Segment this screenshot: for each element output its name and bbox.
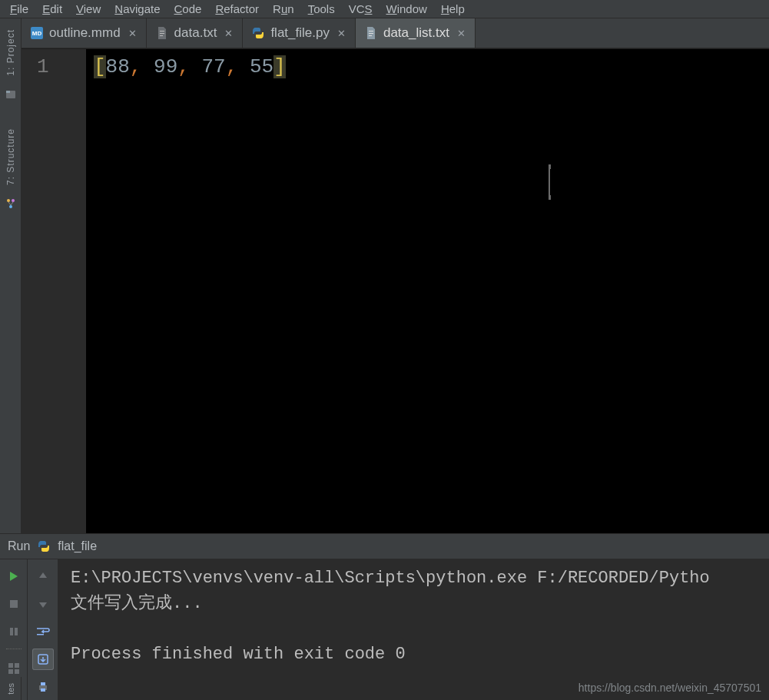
svg-point-4	[9, 205, 12, 208]
tab-flat-file-py[interactable]: flat_file.py ✕	[243, 18, 356, 48]
menu-file[interactable]: File	[3, 1, 35, 17]
left-tool-stripe: 1: Project 7: Structure	[0, 18, 22, 533]
svg-rect-22	[41, 688, 45, 692]
up-stack-button[interactable]	[32, 566, 54, 587]
menu-navigate[interactable]: Navigate	[108, 1, 167, 17]
tab-data-list-txt[interactable]: data_list.txt ✕	[356, 18, 476, 48]
tab-label: outline.mmd	[49, 25, 121, 41]
run-config-name: flat_file	[58, 539, 97, 553]
scroll-to-end-button[interactable]	[32, 649, 54, 670]
svg-rect-5	[160, 31, 164, 32]
menu-view[interactable]: View	[69, 1, 108, 17]
run-tool-header: Run flat_file	[0, 533, 769, 559]
branch-icon	[5, 197, 17, 210]
console-output[interactable]: E:\PROJECTS\venvs\venv-all\Scripts\pytho…	[58, 559, 769, 700]
svg-rect-9	[369, 33, 373, 34]
close-icon[interactable]: ✕	[336, 28, 346, 39]
watermark-text: https://blog.csdn.net/weixin_45707501	[578, 682, 761, 694]
svg-rect-12	[10, 628, 13, 635]
close-icon[interactable]: ✕	[223, 28, 233, 39]
run-button[interactable]	[3, 566, 25, 587]
svg-rect-7	[160, 35, 163, 36]
pause-button[interactable]	[3, 621, 25, 642]
print-button[interactable]	[32, 676, 54, 698]
menu-window[interactable]: Window	[380, 1, 434, 17]
menu-code[interactable]: Code	[167, 1, 209, 17]
menu-refactor[interactable]: Refactor	[208, 1, 266, 17]
run-toolbar-secondary	[28, 559, 58, 700]
svg-rect-18	[37, 634, 44, 635]
stop-button[interactable]	[3, 593, 25, 615]
menu-bar: File Edit View Navigate Code Refactor Ru…	[0, 0, 769, 18]
svg-point-3	[12, 199, 15, 202]
mmd-file-icon: MD	[31, 27, 43, 39]
close-icon[interactable]: ✕	[456, 28, 466, 39]
text-file-icon	[156, 27, 168, 39]
menu-help[interactable]: Help	[434, 1, 472, 17]
svg-rect-8	[369, 31, 373, 32]
down-stack-button[interactable]	[32, 593, 54, 615]
text-file-icon	[365, 27, 377, 39]
menu-window-label: indow	[397, 2, 427, 15]
project-tool-button[interactable]: 1: Project	[5, 29, 16, 76]
tab-label: flat_file.py	[270, 25, 330, 41]
svg-rect-6	[160, 33, 164, 34]
soft-wrap-button[interactable]	[32, 621, 54, 642]
svg-rect-13	[15, 628, 18, 635]
menu-navigate-label: avigate	[123, 2, 160, 15]
svg-rect-21	[41, 682, 45, 685]
run-title: Run	[8, 539, 30, 553]
code-content[interactable]: [88, 99, 77, 55]	[86, 49, 769, 533]
tab-label: data.txt	[174, 25, 217, 41]
menu-tools-label: ools	[313, 2, 335, 15]
python-file-icon	[252, 27, 264, 39]
layout-button[interactable]	[3, 658, 25, 679]
favorites-tool-button[interactable]: tes	[0, 677, 22, 700]
tab-data-txt[interactable]: data.txt ✕	[147, 18, 244, 48]
svg-point-2	[7, 199, 10, 202]
menu-refactor-label: efactor	[224, 2, 259, 15]
editor-area[interactable]: 1 [88, 99, 77, 55]	[22, 48, 769, 533]
menu-run-label: n	[287, 2, 293, 15]
python-file-icon	[38, 540, 50, 552]
menu-file-label: ile	[17, 2, 28, 15]
structure-tool-button[interactable]: 7: Structure	[5, 128, 16, 185]
editor-tabs: MD outline.mmd ✕ data.txt ✕ flat_file.py…	[22, 18, 769, 48]
menu-edit-label: dit	[50, 2, 62, 15]
svg-rect-15	[15, 663, 19, 668]
run-tool-window: E:\PROJECTS\venvs\venv-all\Scripts\pytho…	[0, 559, 769, 700]
menu-code-label: ode	[182, 2, 201, 15]
svg-rect-14	[8, 663, 13, 668]
menu-help-label: elp	[449, 2, 465, 15]
svg-rect-10	[369, 35, 372, 36]
project-icon	[5, 88, 17, 101]
menu-tools[interactable]: Tools	[301, 1, 342, 17]
svg-rect-1	[6, 91, 10, 93]
line-number: 1	[37, 55, 86, 78]
tab-label: data_list.txt	[383, 25, 449, 41]
close-icon[interactable]: ✕	[127, 28, 137, 39]
svg-rect-17	[15, 669, 19, 674]
menu-view-label: iew	[84, 2, 101, 15]
svg-rect-16	[8, 669, 13, 674]
tab-outline-mmd[interactable]: MD outline.mmd ✕	[22, 18, 147, 48]
line-gutter: 1	[22, 49, 86, 533]
menu-vcs[interactable]: VCS	[342, 1, 380, 17]
menu-edit[interactable]: Edit	[35, 1, 69, 17]
menu-run[interactable]: Run	[266, 1, 301, 17]
svg-rect-11	[10, 600, 18, 608]
